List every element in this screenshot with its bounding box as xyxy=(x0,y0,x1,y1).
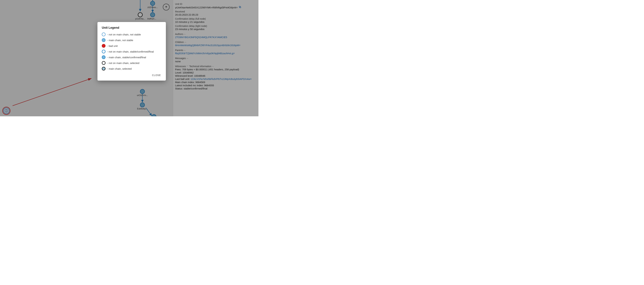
legend-circle-icon xyxy=(102,61,106,65)
legend-label: - not on main chain, selected xyxy=(107,62,139,65)
legend-circle-icon xyxy=(102,38,106,42)
legend-label: - main chain, selected xyxy=(107,67,132,70)
modal-title: Unit Legend xyxy=(102,26,162,30)
close-button[interactable]: CLOSE xyxy=(152,73,162,78)
legend-label: - not on main chain, stable/confirmed/fi… xyxy=(107,50,154,53)
legend-circle-icon xyxy=(102,55,106,59)
unit-legend-modal: Unit Legend - not on main chain, not sta… xyxy=(98,22,166,81)
legend-item: - bad unit xyxy=(102,44,162,48)
legend-label: - main chain, not stable xyxy=(107,39,133,42)
legend-item: - main chain, not stable xyxy=(102,38,162,42)
legend-circle-icon xyxy=(102,67,106,71)
legend-item: - not on main chain, selected xyxy=(102,61,162,65)
legend-item: - not on main chain, not stable xyxy=(102,33,162,36)
legend-circle-icon xyxy=(102,44,106,48)
legend-circle-icon xyxy=(102,50,106,53)
legend-label: - not on main chain, not stable xyxy=(107,33,141,36)
legend-label: - bad unit xyxy=(107,45,118,47)
legend-item: - main chain, stable/confirmed/final xyxy=(102,55,162,59)
legend-item: - main chain, selected xyxy=(102,67,162,71)
legend-item: - not on main chain, stable/confirmed/fi… xyxy=(102,50,162,53)
legend-circle-icon xyxy=(102,33,106,36)
legend-label: - main chain, stable/confirmed/final xyxy=(107,56,146,59)
